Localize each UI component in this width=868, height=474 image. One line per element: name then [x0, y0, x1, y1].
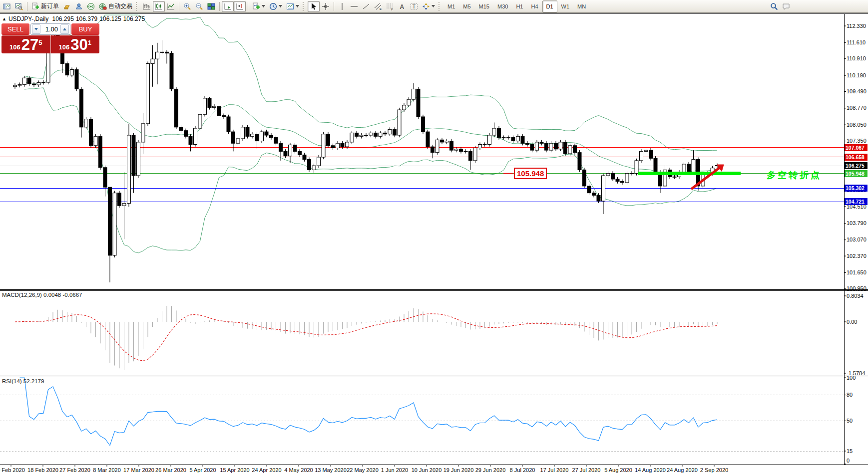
vline-button[interactable]: [336, 1, 348, 12]
bar-chart-button[interactable]: [141, 1, 153, 12]
community-button[interactable]: [73, 1, 85, 12]
date-label: 24 Aug 2020: [665, 467, 700, 473]
hline-icon: [350, 2, 358, 10]
zoom-out-button[interactable]: [193, 1, 205, 12]
chat-button[interactable]: [780, 1, 792, 12]
trendline-icon: [362, 2, 370, 10]
text-icon: A: [398, 2, 406, 10]
zoom-in-icon: [183, 2, 191, 10]
auto-trade-button[interactable]: 自动交易: [97, 1, 134, 12]
indicators-button[interactable]: [250, 1, 267, 12]
timeframe-m5[interactable]: M5: [459, 0, 474, 12]
timeframe-h1[interactable]: H1: [512, 0, 527, 12]
chart-canvas[interactable]: [0, 0, 868, 474]
buy-button[interactable]: BUY: [71, 23, 99, 35]
volume-field[interactable]: 1.00: [30, 23, 70, 35]
price-text-label[interactable]: 105.948: [514, 168, 547, 179]
timeframe-mn[interactable]: MN: [573, 0, 590, 12]
arrows-button[interactable]: [420, 1, 437, 12]
close-value: 106.275: [123, 15, 145, 22]
arrow-down-icon: [34, 28, 38, 30]
price-axis-label: 102.370: [847, 253, 867, 259]
hline-button[interactable]: [348, 1, 360, 12]
macd-axis-label: 0.00: [847, 319, 857, 325]
timeframe-m1[interactable]: M1: [443, 0, 459, 12]
date-label: 18 Feb 2020: [25, 467, 60, 473]
cursor-button[interactable]: [308, 1, 320, 12]
zoom-out-icon: [195, 2, 203, 10]
chevron-down-icon: [279, 5, 282, 7]
date-label: 27 Jul 2020: [569, 467, 604, 473]
price-tag: 104.721: [845, 198, 868, 205]
price-tag: 107.067: [845, 144, 868, 151]
svg-text:F: F: [391, 7, 393, 10]
price-axis-label: 108.770: [847, 105, 867, 111]
timeframe-d1[interactable]: D1: [542, 0, 557, 12]
sell-price[interactable]: 106 27 5: [1, 35, 50, 53]
crosshair-button[interactable]: [320, 1, 332, 12]
gold-button[interactable]: [61, 1, 73, 12]
fibonacci-button[interactable]: F: [384, 1, 396, 12]
rsi-axis-label: 0: [847, 458, 850, 464]
date-label: 22 May 2020: [345, 467, 380, 473]
templates-button[interactable]: [284, 1, 301, 12]
auto-scroll-button[interactable]: [222, 1, 234, 12]
new-order-label: 新订单: [41, 2, 59, 10]
rsi-axis-label: 15: [847, 448, 853, 454]
date-label: 27 Feb 2020: [57, 467, 92, 473]
candle-chart-icon: [155, 2, 163, 10]
zoom-in-button[interactable]: [181, 1, 193, 12]
price-axis-label: 100.950: [847, 285, 867, 291]
indicators-icon: [252, 2, 260, 10]
periods-button[interactable]: [267, 1, 284, 12]
candle-chart-button[interactable]: [153, 1, 165, 12]
rsi-axis-label: 50: [847, 418, 853, 424]
date-label: 14 Aug 2020: [633, 467, 668, 473]
chevron-down-icon: [296, 5, 299, 7]
date-label: 8 Jul 2020: [505, 467, 540, 473]
channel-icon: E: [374, 2, 382, 10]
chart-window-icon: [3, 2, 11, 10]
tile-windows-button[interactable]: [205, 1, 217, 12]
signals-button[interactable]: [85, 1, 97, 12]
macd-label: MACD(12,26,9) 0.0048 -0.0667: [2, 292, 82, 298]
search-button[interactable]: [768, 1, 780, 12]
timeframe-m30[interactable]: M30: [493, 0, 512, 12]
line-chart-button[interactable]: [165, 1, 177, 12]
template-icon: [286, 2, 294, 10]
chart-window-button[interactable]: [1, 1, 13, 12]
search-icon: [770, 2, 778, 10]
trendline-button[interactable]: [360, 1, 372, 12]
chat-icon: [782, 2, 790, 10]
buy-price[interactable]: 106 30 1: [50, 35, 100, 53]
price-tag: 106.275: [845, 162, 868, 169]
channel-button[interactable]: E: [372, 1, 384, 12]
timeframe-w1[interactable]: W1: [557, 0, 574, 12]
date-label: 8 Mar 2020: [89, 467, 124, 473]
timeframe-h4[interactable]: H4: [527, 0, 542, 12]
sell-button[interactable]: SELL: [1, 23, 29, 35]
date-label: 1 Jun 2020: [377, 467, 412, 473]
shift-chart-icon: [236, 2, 244, 10]
text-label-button[interactable]: T: [408, 1, 420, 12]
date-label: 13 May 2020: [313, 467, 348, 473]
volume-value[interactable]: 1.00: [41, 25, 59, 33]
trend-annotation-text[interactable]: 多空转折点: [767, 169, 822, 181]
text-button[interactable]: A: [396, 1, 408, 12]
cursor-icon: [310, 2, 318, 10]
collapse-icon[interactable]: ▲: [2, 16, 6, 21]
periods-icon: [269, 2, 277, 10]
new-order-button[interactable]: 新订单: [29, 1, 61, 12]
support-zone-bar[interactable]: [638, 172, 741, 175]
profiles-button[interactable]: [13, 1, 25, 12]
timeframe-m15[interactable]: M15: [475, 0, 493, 12]
open-value: 106.295: [52, 15, 74, 22]
one-click-trading-panel: SELL 1.00 BUY 106 27 5 106 30 1: [1, 23, 99, 53]
shift-chart-button[interactable]: [234, 1, 246, 12]
volume-down-button[interactable]: [32, 24, 40, 34]
volume-up-button[interactable]: [60, 24, 69, 34]
price-axis-label: 103.790: [847, 220, 867, 226]
text-label-icon: T: [410, 2, 418, 10]
chevron-down-icon: [432, 5, 435, 7]
bar-chart-icon: [143, 2, 151, 10]
